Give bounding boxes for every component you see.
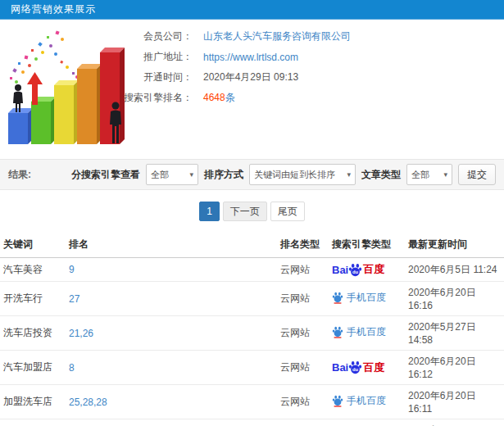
page-title: 网络营销效果展示 xyxy=(11,2,96,16)
last-page-button[interactable]: 尾页 xyxy=(270,202,305,221)
result-label: 结果: xyxy=(8,168,31,182)
rank-type-cell: 云网站 xyxy=(277,258,329,282)
filter-bar: 结果: 分搜索引擎查看 全部 ▾ 排序方式 关键词由短到长排序 ▾ 文章类型 全… xyxy=(0,159,504,190)
updated-time-cell: 2020年6月20日 16:12 xyxy=(405,419,504,426)
mobile-baidu-logo: 手机百度 xyxy=(332,394,386,408)
engine-logo-cell: Bai du 百度 xyxy=(329,351,405,385)
rank-cell: 25,28,28 xyxy=(66,385,277,419)
rank-type-cell: 云网站 xyxy=(277,385,329,419)
caret-down-icon: ▾ xyxy=(443,170,447,179)
filter-controls: 分搜索引擎查看 全部 ▾ 排序方式 关键词由短到长排序 ▾ 文章类型 全部 ▾ … xyxy=(71,164,496,185)
rank-cell: 21,26 xyxy=(66,316,277,351)
page-1-button[interactable]: 1 xyxy=(199,202,220,221)
col-rank: 排名 xyxy=(66,231,277,258)
engine-filter-select[interactable]: 全部 ▾ xyxy=(146,164,198,185)
company-row: 会员公司： 山东老人头汽车服务咨询有限公司 xyxy=(117,29,351,43)
rank-type-cell: 云网站 xyxy=(277,282,329,316)
rank-count-suffix: 条 xyxy=(225,92,235,103)
table-row: 汽车美容 9 云网站 Bai du 百度 xyxy=(0,258,504,282)
col-keyword: 关键词 xyxy=(0,231,66,258)
rank-link[interactable]: 21,26 xyxy=(69,328,93,339)
rank-type-cell: 云网站 xyxy=(277,351,329,385)
account-info-section: 会员公司： 山东老人头汽车服务咨询有限公司 推广地址： https://www.… xyxy=(0,20,504,154)
rank-cell: 8 xyxy=(66,351,277,385)
engine-logo-cell: Bai du 百度 xyxy=(329,385,405,419)
baidu-paw-icon: du xyxy=(348,263,362,277)
rank-link[interactable]: 27 xyxy=(69,293,79,305)
table-row: 洗车赚钱吗 30 云网站 Bai du 百度 xyxy=(0,419,504,426)
rank-link[interactable]: 9 xyxy=(69,264,75,275)
rank-type-cell: 云网站 xyxy=(277,419,329,426)
engine-logo-cell: Bai du 百度 xyxy=(329,258,405,282)
mobile-baidu-logo: 手机百度 xyxy=(332,291,386,305)
caret-down-icon: ▾ xyxy=(189,170,193,179)
table-header-row: 关键词 排名 排名类型 搜索引擎类型 最新更新时间 xyxy=(0,231,504,258)
updated-time-cell: 2020年5月27日 14:58 xyxy=(405,316,504,351)
mobile-baidu-logo: 手机百度 xyxy=(332,325,386,339)
engine-rank-row: 搜索引擎排名： 4648条 xyxy=(117,91,351,105)
growth-chart-illustration xyxy=(2,25,128,151)
page-header: 网络营销效果展示 xyxy=(0,0,504,20)
keyword-cell: 加盟洗车店 xyxy=(0,385,66,419)
mobile-baidu-paw-icon xyxy=(332,395,343,407)
updated-time-cell: 2020年6月20日 16:11 xyxy=(405,385,504,419)
businessman-left xyxy=(13,84,23,112)
engine-logo-cell: Bai du 百度 xyxy=(329,419,405,426)
col-rank-type: 排名类型 xyxy=(277,231,329,258)
rank-link[interactable]: 25,28,28 xyxy=(69,397,107,408)
rank-type-cell: 云网站 xyxy=(277,316,329,351)
baidu-paw-icon: du xyxy=(348,360,362,374)
open-time-row: 开通时间： 2020年4月29日 09:13 xyxy=(117,70,351,84)
updated-time-cell: 2020年6月20日 16:16 xyxy=(405,282,504,316)
promo-url-row: 推广地址： https://www.lrtlsd.com xyxy=(117,50,351,64)
table-row: 开洗车行 27 云网站 Bai du 百度 xyxy=(0,282,504,316)
pagination: 1 下一页 尾页 xyxy=(0,202,504,221)
baidu-logo: Bai du 百度 xyxy=(332,262,384,277)
confetti-dots xyxy=(10,30,79,84)
promo-url-label: 推广地址： xyxy=(117,50,193,64)
svg-text:du: du xyxy=(352,367,358,372)
rank-cell: 9 xyxy=(66,258,277,282)
article-type-select[interactable]: 全部 ▾ xyxy=(406,164,452,185)
col-updated: 最新更新时间 xyxy=(405,231,504,258)
svg-text:du: du xyxy=(352,269,358,274)
bars xyxy=(8,48,125,144)
company-label: 会员公司： xyxy=(117,29,193,43)
rankings-table: 关键词 排名 排名类型 搜索引擎类型 最新更新时间 汽车美容 9 云网站 Bai xyxy=(0,231,504,426)
table-row: 汽车加盟店 8 云网站 Bai du 百度 xyxy=(0,351,504,385)
table-row: 加盟洗车店 25,28,28 云网站 Bai du 百度 xyxy=(0,385,504,419)
updated-time-cell: 2020年6月20日 16:12 xyxy=(405,351,504,385)
engine-logo-cell: Bai du 百度 xyxy=(329,282,405,316)
submit-button[interactable]: 提交 xyxy=(458,164,496,185)
keyword-cell: 开洗车行 xyxy=(0,282,66,316)
promo-url-link[interactable]: https://www.lrtlsd.com xyxy=(203,52,298,63)
mobile-baidu-paw-icon xyxy=(332,292,343,304)
mobile-baidu-paw-icon xyxy=(332,326,343,338)
sort-filter-select[interactable]: 关键词由短到长排序 ▾ xyxy=(249,164,356,185)
col-engine-type: 搜索引擎类型 xyxy=(329,231,405,258)
rank-count-value: 4648 xyxy=(203,92,225,103)
rank-cell: 27 xyxy=(66,282,277,316)
keyword-cell: 汽车加盟店 xyxy=(0,351,66,385)
open-time-value: 2020年4月29日 09:13 xyxy=(203,70,298,84)
sort-filter-label: 排序方式 xyxy=(204,168,243,182)
keyword-cell: 洗车赚钱吗 xyxy=(0,419,66,426)
engine-filter-label: 分搜索引擎查看 xyxy=(71,168,140,182)
updated-time-cell: 2020年6月5日 11:24 xyxy=(405,258,504,282)
table-row: 洗车店投资 21,26 云网站 Bai du 百度 xyxy=(0,316,504,351)
keyword-cell: 汽车美容 xyxy=(0,258,66,282)
article-type-label: 文章类型 xyxy=(361,168,401,182)
engine-rank-label: 搜索引擎排名： xyxy=(117,91,193,105)
account-info-list: 会员公司： 山东老人头汽车服务咨询有限公司 推广地址： https://www.… xyxy=(117,29,351,111)
rank-cell: 30 xyxy=(66,419,277,426)
open-time-label: 开通时间： xyxy=(117,70,193,84)
next-page-button[interactable]: 下一页 xyxy=(223,202,267,221)
caret-down-icon: ▾ xyxy=(347,170,351,179)
baidu-logo: Bai du 百度 xyxy=(332,360,384,375)
keyword-cell: 洗车店投资 xyxy=(0,316,66,351)
rank-link[interactable]: 8 xyxy=(69,362,75,374)
engine-logo-cell: Bai du 百度 xyxy=(329,316,405,351)
company-link[interactable]: 山东老人头汽车服务咨询有限公司 xyxy=(203,29,351,43)
